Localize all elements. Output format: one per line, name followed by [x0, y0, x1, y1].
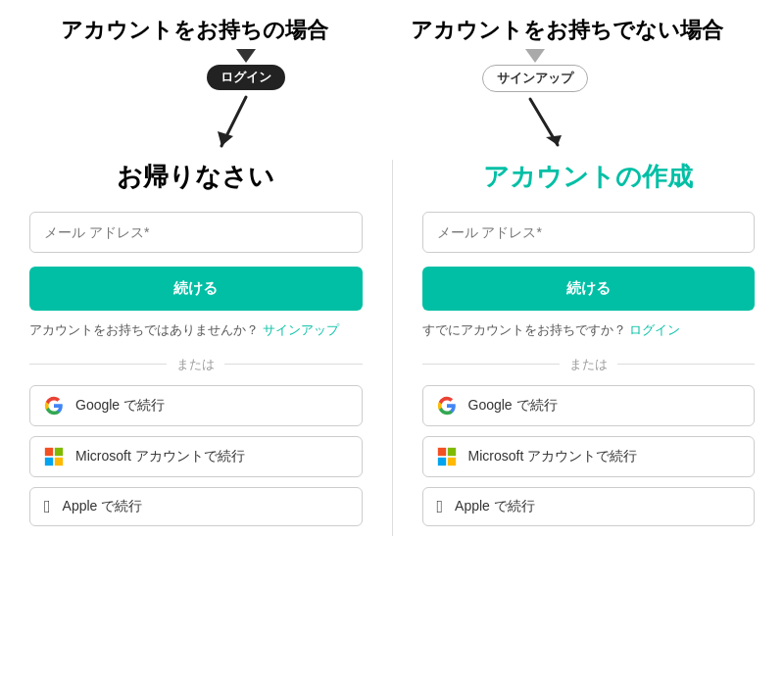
annotation-right: アカウントをお持ちでない場合 [411, 18, 723, 43]
google-icon [44, 396, 64, 416]
signup-column: アカウントの作成 続ける すでにアカウントをお持ちですか？ ログイン または G… [422, 160, 756, 536]
login-apple-button[interactable]:  Apple で続行 [29, 487, 363, 526]
svg-rect-7 [447, 448, 455, 456]
login-arrow-svg [212, 92, 280, 156]
login-switch-text: アカウントをお持ちではありませんか？ サインアップ [29, 320, 363, 340]
login-badge: ログイン [207, 65, 285, 90]
login-column: お帰りなさい 続ける アカウントをお持ちではありませんか？ サインアップ または… [29, 160, 363, 536]
signup-google-button[interactable]: Google で続行 [422, 385, 756, 426]
signup-arrow-area: サインアップ [482, 49, 588, 158]
svg-rect-9 [447, 458, 455, 466]
microsoft-icon-signup [437, 447, 457, 466]
signup-badge: サインアップ [482, 65, 588, 92]
svg-rect-2 [45, 448, 53, 456]
signup-title: アカウントの作成 [422, 160, 756, 194]
login-microsoft-button[interactable]: Microsoft アカウントで続行 [29, 436, 363, 477]
annotation-left: アカウントをお持ちの場合 [61, 18, 328, 43]
signup-continue-button[interactable]: 続ける [422, 267, 756, 311]
signup-arrow-svg [501, 94, 569, 158]
signup-triangle [525, 49, 545, 63]
signup-apple-button[interactable]:  Apple で続行 [422, 487, 756, 526]
signup-microsoft-button[interactable]: Microsoft アカウントで続行 [422, 436, 756, 477]
svg-rect-5 [55, 458, 63, 466]
svg-rect-8 [437, 458, 445, 466]
login-continue-button[interactable]: 続ける [29, 267, 363, 311]
microsoft-icon [44, 447, 64, 466]
login-signup-link[interactable]: サインアップ [263, 322, 339, 337]
login-triangle [236, 49, 256, 63]
svg-rect-3 [55, 448, 63, 456]
signup-email-input[interactable] [422, 212, 756, 253]
login-or-divider: または [29, 356, 363, 373]
login-google-button[interactable]: Google で続行 [29, 385, 363, 426]
login-arrow-area: ログイン [207, 49, 285, 158]
svg-marker-0 [218, 131, 233, 146]
signup-login-link[interactable]: ログイン [629, 322, 680, 337]
signup-or-divider: または [422, 356, 756, 373]
apple-icon-signup:  [437, 498, 444, 515]
signup-switch-text: すでにアカウントをお持ちですか？ ログイン [422, 320, 756, 340]
svg-rect-4 [45, 458, 53, 466]
svg-marker-1 [546, 135, 562, 145]
svg-rect-6 [437, 448, 445, 456]
column-divider [392, 160, 393, 536]
apple-icon:  [44, 498, 51, 515]
login-title: お帰りなさい [29, 160, 363, 194]
login-email-input[interactable] [29, 212, 363, 253]
google-icon-signup [437, 396, 457, 416]
